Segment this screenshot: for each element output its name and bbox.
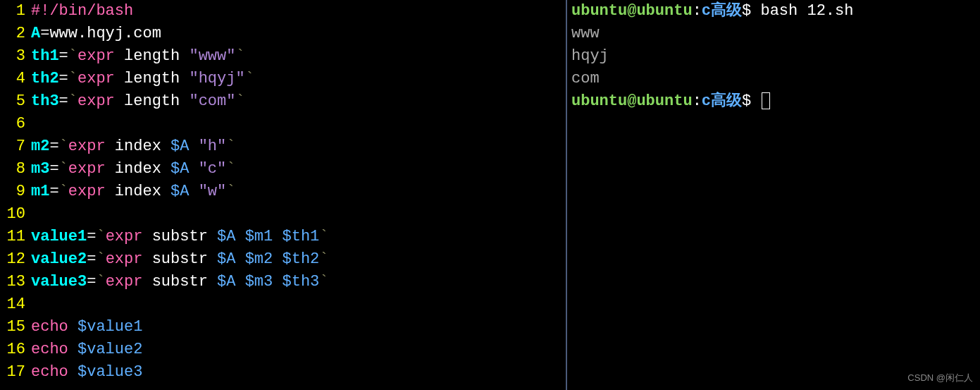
- code-container[interactable]: 1#!/bin/bash2A=www.hqyj.com3th1=`expr le…: [0, 0, 566, 384]
- line-content[interactable]: echo $value2: [31, 339, 566, 361]
- code-line[interactable]: 10: [0, 203, 566, 226]
- line-number: 7: [0, 135, 31, 158]
- code-token: $A: [170, 160, 189, 178]
- line-number: 17: [0, 361, 31, 384]
- code-token: $value2: [77, 341, 142, 358]
- line-content[interactable]: th3=`expr length "com"`: [31, 90, 566, 113]
- line-content[interactable]: value1=`expr substr $A $m1 $th1`: [31, 226, 566, 248]
- line-content[interactable]: A=www.hqyj.com: [31, 23, 566, 45]
- code-token: `: [319, 273, 328, 291]
- code-line[interactable]: 13value3=`expr substr $A $m3 $th3`: [0, 271, 566, 293]
- line-content[interactable]: m1=`expr index $A "w"`: [31, 181, 566, 203]
- code-token: `: [319, 250, 328, 268]
- line-content[interactable]: [31, 203, 566, 226]
- code-token: $th1: [282, 228, 319, 245]
- code-token: expr: [106, 250, 143, 268]
- code-token: $value1: [77, 318, 142, 336]
- code-token: expr: [77, 92, 115, 110]
- code-token: [273, 228, 282, 245]
- line-number: 10: [0, 203, 31, 226]
- code-token: [189, 183, 198, 200]
- line-content[interactable]: echo $value3: [31, 361, 566, 384]
- cursor-icon: [762, 92, 770, 109]
- code-token: [235, 228, 244, 245]
- code-token: $A: [170, 183, 189, 200]
- line-content[interactable]: value3=`expr substr $A $m3 $th3`: [31, 271, 566, 293]
- prompt-dollar: $: [742, 92, 760, 110]
- code-line[interactable]: 2A=www.hqyj.com: [0, 23, 566, 45]
- code-line[interactable]: 16echo $value2: [0, 339, 566, 361]
- terminal-prompt-line[interactable]: ubuntu@ubuntu:c高级$: [571, 90, 980, 113]
- code-token: =: [87, 228, 96, 245]
- code-token: expr: [106, 273, 143, 291]
- line-content[interactable]: m2=`expr index $A "h"`: [31, 135, 566, 158]
- line-content[interactable]: [31, 113, 566, 135]
- code-line[interactable]: 8m3=`expr index $A "c"`: [0, 158, 566, 181]
- line-content[interactable]: value2=`expr substr $A $m2 $th2`: [31, 248, 566, 271]
- code-line[interactable]: 11value1=`expr substr $A $m1 $th1`: [0, 226, 566, 248]
- code-token: m1: [31, 183, 49, 200]
- line-number: 3: [0, 45, 31, 68]
- code-token: =: [59, 92, 68, 110]
- line-content[interactable]: [31, 293, 566, 316]
- terminal-pane[interactable]: ubuntu@ubuntu:c高级$ bash 12.shwwwhqyjcomu…: [567, 0, 980, 390]
- code-token: $m2: [245, 250, 273, 268]
- code-line[interactable]: 17echo $value3: [0, 361, 566, 384]
- code-line[interactable]: 1#!/bin/bash: [0, 0, 566, 23]
- code-token: `: [68, 47, 77, 65]
- code-token: $m3: [245, 273, 273, 291]
- code-token: `: [96, 228, 105, 245]
- line-content[interactable]: th2=`expr length "hqyj"`: [31, 68, 566, 90]
- code-token: index: [106, 160, 170, 178]
- line-number: 8: [0, 158, 31, 181]
- code-editor-pane[interactable]: 1#!/bin/bash2A=www.hqyj.com3th1=`expr le…: [0, 0, 566, 390]
- code-line[interactable]: 9m1=`expr index $A "w"`: [0, 181, 566, 203]
- code-token: [68, 363, 77, 381]
- terminal-prompt-line[interactable]: ubuntu@ubuntu:c高级$ bash 12.sh: [571, 0, 980, 23]
- code-token: [273, 273, 282, 291]
- code-token: =: [59, 70, 68, 87]
- terminal-command: bash 12.sh: [760, 2, 853, 20]
- code-token: =: [49, 183, 58, 200]
- code-line[interactable]: 6: [0, 113, 566, 135]
- line-content[interactable]: m3=`expr index $A "c"`: [31, 158, 566, 181]
- code-token: expr: [68, 160, 106, 178]
- code-token: $A: [217, 250, 235, 268]
- code-line[interactable]: 15echo $value1: [0, 316, 566, 339]
- code-token: length: [115, 47, 190, 65]
- code-token: $value3: [77, 363, 142, 381]
- code-token: [235, 273, 244, 291]
- code-line[interactable]: 3th1=`expr length "www"`: [0, 45, 566, 68]
- prompt-userhost: ubuntu@ubuntu: [571, 92, 693, 110]
- code-token: $m1: [245, 228, 273, 245]
- code-token: "c": [199, 160, 227, 178]
- code-token: #!/bin/bash: [31, 2, 133, 20]
- code-token: `: [226, 183, 235, 200]
- line-content[interactable]: #!/bin/bash: [31, 0, 566, 23]
- code-line[interactable]: 4th2=`expr length "hqyj"`: [0, 68, 566, 90]
- code-token: $A: [217, 228, 235, 245]
- line-number: 2: [0, 23, 31, 45]
- prompt-path: c高级: [702, 92, 742, 110]
- code-token: $A: [170, 138, 189, 155]
- line-content[interactable]: echo $value1: [31, 316, 566, 339]
- code-token: index: [106, 138, 170, 155]
- code-line[interactable]: 12value2=`expr substr $A $m2 $th2`: [0, 248, 566, 271]
- code-token: =: [87, 273, 96, 291]
- line-number: 4: [0, 68, 31, 90]
- line-number: 13: [0, 271, 31, 293]
- terminal-container[interactable]: ubuntu@ubuntu:c高级$ bash 12.shwwwhqyjcomu…: [571, 0, 980, 113]
- code-token: `: [319, 228, 328, 245]
- code-line[interactable]: 7m2=`expr index $A "h"`: [0, 135, 566, 158]
- code-line[interactable]: 14: [0, 293, 566, 316]
- code-token: `: [245, 70, 254, 87]
- code-token: length: [115, 70, 190, 87]
- code-token: `: [59, 160, 68, 178]
- code-token: value2: [31, 250, 87, 268]
- line-content[interactable]: th1=`expr length "www"`: [31, 45, 566, 68]
- code-token: "com": [189, 92, 235, 110]
- code-line[interactable]: 5th3=`expr length "com"`: [0, 90, 566, 113]
- code-token: echo: [31, 363, 68, 381]
- line-number: 9: [0, 181, 31, 203]
- code-token: =www.hqyj.com: [40, 25, 161, 42]
